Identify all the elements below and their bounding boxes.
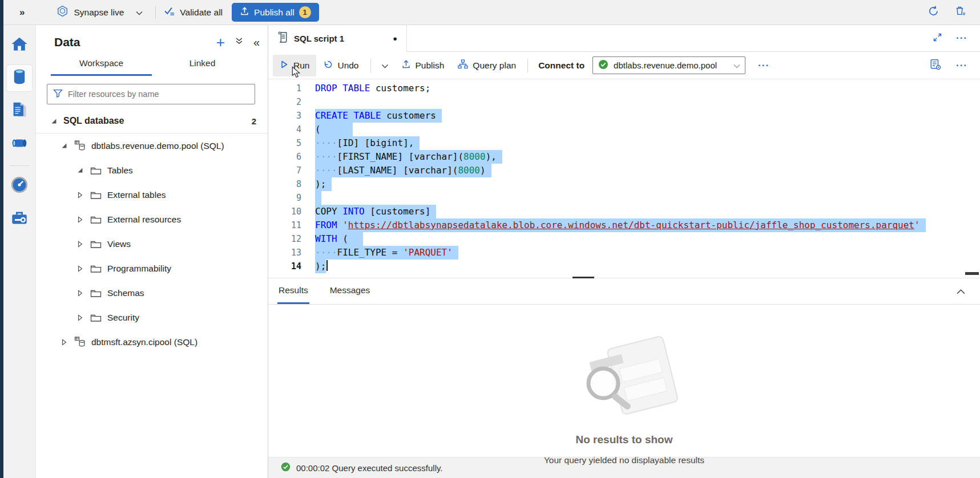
- query-plan-label: Query plan: [473, 60, 516, 71]
- caret-collapsed-icon[interactable]: [76, 241, 84, 248]
- caret-collapsed-icon[interactable]: [76, 290, 84, 297]
- divider: [527, 59, 528, 72]
- synapse-hexagon-icon: [57, 5, 68, 19]
- caret-collapsed-icon[interactable]: [61, 339, 68, 346]
- query-plan-button[interactable]: Query plan: [451, 55, 523, 76]
- tree-item-label: dbtmsft.azsyn.cipool (SQL): [91, 337, 197, 347]
- code-lines: 1DROP TABLE customers;23CREATE TABLE cus…: [268, 79, 980, 273]
- tree-item-security[interactable]: Security: [36, 305, 268, 330]
- publish-upload-icon: [401, 59, 411, 71]
- tree-item-schemas[interactable]: Schemas: [36, 281, 268, 305]
- folder-icon: [90, 264, 102, 273]
- code-line[interactable]: 4(: [268, 123, 980, 136]
- line-number: 4: [268, 123, 301, 136]
- line-number: 11: [268, 218, 301, 232]
- tab-linked[interactable]: Linked: [152, 58, 253, 76]
- tree-item-dbtmsft-azsyn-cipool-sql-[interactable]: dbtmsft.azsyn.cipool (SQL): [36, 330, 268, 354]
- pool-dropdown[interactable]: dbtlabs.revenue.demo.pool: [592, 56, 745, 74]
- publish-button[interactable]: Publish: [394, 55, 451, 76]
- expand-menu-icon[interactable]: »: [19, 7, 23, 18]
- script-toolbar: Run Undo Publish: [268, 52, 980, 79]
- undo-split-chevron-icon[interactable]: [376, 60, 394, 71]
- nav-data[interactable]: [7, 65, 32, 91]
- caret-expanded-icon[interactable]: [76, 167, 84, 173]
- line-number: 8: [268, 177, 301, 191]
- collapse-results-icon[interactable]: [957, 286, 980, 297]
- nav-manage[interactable]: [7, 206, 32, 232]
- caret-expanded-icon[interactable]: [50, 118, 58, 124]
- tree-item-views[interactable]: Views: [36, 232, 268, 256]
- code-line[interactable]: 5····[ID] [bigint],: [268, 136, 980, 150]
- tree-item-external-tables[interactable]: External tables: [36, 183, 268, 207]
- line-number: 7: [268, 164, 301, 177]
- code-line[interactable]: 14);: [268, 260, 980, 273]
- divider: [155, 6, 156, 19]
- nav-integrate[interactable]: [7, 131, 32, 157]
- actions-chevron-icon[interactable]: [235, 37, 243, 47]
- environment-selector[interactable]: Synapse live: [57, 5, 143, 19]
- panel-title: Data: [54, 35, 80, 49]
- code-line[interactable]: 9: [268, 191, 980, 205]
- nav-monitor[interactable]: [7, 173, 32, 199]
- refresh-icon[interactable]: [927, 5, 939, 19]
- toolbar-overflow-button[interactable]: ···: [956, 60, 967, 71]
- code-line[interactable]: 3CREATE TABLE customers: [268, 109, 980, 123]
- results-panel: Results Messages: [268, 278, 980, 457]
- code-line[interactable]: 10COPY INTO [customers]: [268, 205, 980, 218]
- code-line[interactable]: 13····FILE_TYPE = 'PARQUET': [268, 246, 980, 260]
- results-tab-bar: Results Messages: [268, 278, 980, 305]
- tab-more-button[interactable]: ···: [956, 33, 967, 44]
- left-nav-rail: [3, 25, 36, 478]
- tab-results[interactable]: Results: [277, 278, 309, 304]
- code-line[interactable]: 2: [268, 95, 980, 109]
- empty-results-subtitle: Your query yielded no displayable result…: [268, 455, 980, 465]
- caret-collapsed-icon[interactable]: [76, 314, 84, 321]
- publish-all-button[interactable]: Publish all 1: [232, 3, 319, 22]
- script-properties-icon[interactable]: [930, 59, 941, 72]
- discard-all-icon[interactable]: [954, 5, 966, 19]
- code-line[interactable]: 12WITH (: [268, 232, 980, 246]
- toolbar-more-button[interactable]: ···: [758, 60, 769, 71]
- undo-button[interactable]: Undo: [316, 55, 365, 76]
- pool-icon: [74, 140, 86, 152]
- query-plan-icon: [458, 59, 468, 71]
- tab-messages[interactable]: Messages: [329, 278, 372, 304]
- code-line[interactable]: 1DROP TABLE customers;: [268, 82, 980, 95]
- folder-icon: [90, 313, 102, 322]
- scrollbar-thumb[interactable]: [965, 272, 979, 275]
- tree-item-tables[interactable]: Tables: [36, 158, 268, 183]
- code-editor[interactable]: 1DROP TABLE customers;23CREATE TABLE cus…: [268, 79, 980, 278]
- nav-home[interactable]: [7, 32, 32, 58]
- line-number: 2: [268, 95, 301, 109]
- tree-item-dbtlabs-revenue-demo-pool-sql-[interactable]: dbtlabs.revenue.demo.pool (SQL): [36, 133, 268, 158]
- caret-collapsed-icon[interactable]: [76, 216, 84, 223]
- top-bar: » Synapse live Validate all Publish all …: [0, 0, 980, 25]
- tree-item-label: Views: [107, 239, 131, 249]
- caret-collapsed-icon[interactable]: [76, 192, 84, 199]
- tree-item-sql-database[interactable]: SQL database2: [36, 109, 268, 133]
- undo-icon: [323, 60, 333, 71]
- tree-item-label: External tables: [107, 190, 166, 200]
- filter-funnel-icon: [53, 89, 63, 100]
- tab-workspace[interactable]: Workspace: [51, 58, 152, 76]
- splitter-handle[interactable]: [572, 277, 594, 278]
- add-resource-button[interactable]: +: [216, 37, 225, 48]
- tree-item-programmability[interactable]: Programmability: [36, 256, 268, 281]
- collapse-panel-button[interactable]: «: [253, 36, 260, 49]
- code-line[interactable]: 6····[FIRST_NAME] [varchar](8000),: [268, 150, 980, 164]
- environment-label: Synapse live: [74, 7, 124, 18]
- caret-collapsed-icon[interactable]: [76, 265, 84, 272]
- code-line[interactable]: 7····[LAST_NAME] [varchar](8000): [268, 164, 980, 177]
- sql-script-icon: [277, 31, 288, 46]
- tree-item-external-resources[interactable]: External resources: [36, 207, 268, 232]
- pool-icon: [74, 336, 86, 348]
- text-cursor: [326, 260, 328, 271]
- filter-input[interactable]: [68, 90, 249, 99]
- caret-expanded-icon[interactable]: [61, 143, 68, 149]
- expand-editor-icon[interactable]: [933, 33, 942, 44]
- validate-all-button[interactable]: Validate all: [164, 6, 223, 18]
- sql-script-tab[interactable]: SQL script 1 ●: [268, 25, 407, 52]
- code-line[interactable]: 11FROM 'https://dbtlabsynapsedatalake.bl…: [268, 218, 980, 232]
- code-line[interactable]: 8);: [268, 177, 980, 191]
- nav-develop[interactable]: [7, 98, 32, 124]
